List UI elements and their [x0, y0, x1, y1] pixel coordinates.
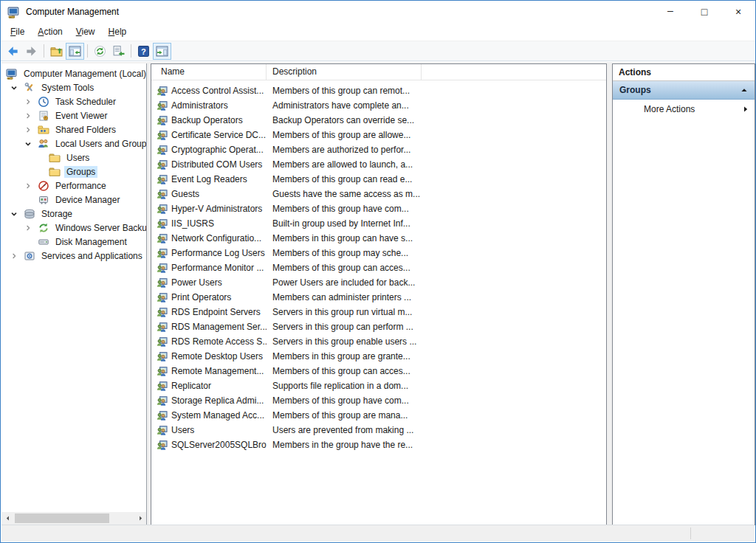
collapse-chevron-icon[interactable]	[24, 140, 38, 148]
group-row-hyper-v-administrators[interactable]: Hyper-V AdministratorsMembers of this gr…	[151, 201, 606, 216]
refresh-button[interactable]	[91, 43, 109, 60]
group-icon	[157, 233, 168, 244]
menu-file[interactable]: File	[4, 24, 31, 39]
refresh-icon	[94, 45, 106, 58]
column-header-description[interactable]: Description	[267, 64, 422, 80]
expand-chevron-icon[interactable]	[24, 112, 38, 120]
tree-item-shared-folders[interactable]: Shared Folders	[1, 122, 146, 136]
group-description: Guests have the same access as m...	[267, 189, 420, 199]
group-icon	[157, 130, 168, 141]
group-row-storage-replica-admi[interactable]: Storage Replica Admi...Members of this g…	[151, 393, 606, 408]
group-row-performance-log-users[interactable]: Performance Log UsersMembers of this gro…	[151, 246, 606, 260]
group-row-sqlserver2005sqlbro[interactable]: SQLServer2005SQLBro...Members in the gro…	[151, 437, 606, 452]
action-pane-icon	[156, 45, 168, 58]
group-row-users[interactable]: UsersUsers are prevented from making ...	[151, 423, 606, 437]
group-name-cell: RDS Management Ser...	[151, 322, 267, 333]
expand-chevron-icon[interactable]	[24, 182, 38, 190]
group-description: Servers in this group run virtual m...	[267, 307, 412, 317]
group-row-network-configuratio[interactable]: Network Configuratio...Members in this g…	[151, 231, 606, 246]
group-name-cell: Administrators	[151, 100, 267, 111]
scrollbar-thumb[interactable]	[15, 513, 109, 523]
menu-action[interactable]: Action	[31, 24, 69, 39]
group-row-remote-desktop-users[interactable]: Remote Desktop UsersMembers in this grou…	[151, 349, 606, 364]
scrollbar-track[interactable]	[13, 512, 134, 525]
group-row-replicator[interactable]: ReplicatorSupports file replication in a…	[151, 378, 606, 393]
tree-item-local-users-and-groups[interactable]: Local Users and Groups	[1, 136, 146, 151]
expand-chevron-icon[interactable]	[24, 98, 38, 106]
scroll-right-icon[interactable]	[134, 512, 146, 525]
group-name-cell: Performance Monitor ...	[151, 263, 267, 274]
up-one-level-button[interactable]	[47, 43, 66, 60]
help-icon: ?	[137, 45, 150, 58]
tree-item-system-tools[interactable]: System Tools	[1, 80, 146, 94]
expand-chevron-icon[interactable]	[24, 224, 38, 232]
group-description: Members of this group may sche...	[267, 248, 408, 258]
group-row-administrators[interactable]: AdministratorsAdministrators have comple…	[151, 98, 606, 113]
group-description: Members are authorized to perfor...	[267, 145, 410, 155]
group-row-certificate-service-dc[interactable]: Certificate Service DC...Members of this…	[151, 128, 606, 142]
actions-section-groups[interactable]: Groups	[613, 81, 755, 100]
scroll-left-icon[interactable]	[1, 512, 13, 525]
back-button[interactable]	[4, 43, 22, 60]
close-button[interactable]: ×	[721, 1, 755, 23]
groups-list: Access Control Assist...Members of this …	[151, 80, 606, 452]
group-name: Performance Log Users	[171, 248, 265, 258]
tree-item-performance[interactable]: Performance	[1, 179, 146, 193]
group-row-guests[interactable]: GuestsGuests have the same access as m..…	[151, 187, 606, 201]
export-list-icon	[112, 45, 125, 58]
show-hide-action-pane-button[interactable]	[153, 43, 171, 60]
group-row-rds-management-ser[interactable]: RDS Management Ser...Servers in this gro…	[151, 319, 606, 334]
column-header-name[interactable]: Name	[151, 64, 267, 80]
export-list-button[interactable]	[109, 43, 128, 60]
group-row-rds-endpoint-servers[interactable]: RDS Endpoint ServersServers in this grou…	[151, 305, 606, 319]
group-row-iis-iusrs[interactable]: IIS_IUSRSBuilt-in group used by Internet…	[151, 216, 606, 231]
group-icon	[157, 307, 168, 318]
tree-item-disk-management[interactable]: Disk Management	[1, 235, 146, 249]
group-row-event-log-readers[interactable]: Event Log ReadersMembers of this group c…	[151, 172, 606, 187]
group-row-performance-monitor[interactable]: Performance Monitor ...Members of this g…	[151, 260, 606, 275]
group-row-remote-management[interactable]: Remote Management...Members of this grou…	[151, 364, 606, 378]
show-hide-console-tree-button[interactable]	[66, 43, 84, 60]
tree-item-task-scheduler[interactable]: Task Scheduler	[1, 94, 146, 108]
back-arrow-icon	[7, 45, 19, 58]
toolbar: ?	[1, 41, 755, 61]
group-row-cryptographic-operat[interactable]: Cryptographic Operat...Members are autho…	[151, 142, 606, 157]
tree-item-services-and-applications[interactable]: Services and Applications	[1, 249, 146, 263]
group-row-access-control-assist[interactable]: Access Control Assist...Members of this …	[151, 83, 606, 98]
group-row-rds-remote-access-s[interactable]: RDS Remote Access S...Servers in this gr…	[151, 334, 606, 349]
forward-button[interactable]	[22, 43, 41, 60]
help-button[interactable]: ?	[134, 43, 153, 60]
collapse-chevron-icon[interactable]	[10, 210, 24, 218]
group-name-cell: Network Configuratio...	[151, 233, 267, 244]
tree-item-storage[interactable]: Storage	[1, 207, 146, 221]
tree-item-computer-management-local[interactable]: Computer Management (Local)	[1, 66, 146, 80]
collapse-chevron-icon[interactable]	[10, 84, 24, 91]
actions-pane: Actions Groups More Actions	[612, 63, 755, 525]
group-icon	[157, 115, 168, 126]
collapse-section-icon[interactable]	[740, 86, 748, 94]
tree-item-windows-server-backup[interactable]: Windows Server Backup	[1, 221, 146, 235]
tree-item-groups[interactable]: Groups	[1, 165, 146, 179]
tree-item-label: Services and Applications	[39, 250, 145, 262]
tree-item-device-manager[interactable]: Device Manager	[1, 193, 146, 207]
group-row-backup-operators[interactable]: Backup OperatorsBackup Operators can ove…	[151, 113, 606, 128]
group-row-print-operators[interactable]: Print OperatorsMembers can administer pr…	[151, 290, 606, 305]
tree-horizontal-scrollbar[interactable]	[1, 512, 146, 525]
expand-chevron-icon[interactable]	[10, 252, 24, 260]
forward-arrow-icon	[25, 45, 38, 58]
group-name-cell: Cryptographic Operat...	[151, 145, 267, 156]
group-row-power-users[interactable]: Power UsersPower Users are included for …	[151, 275, 606, 290]
group-row-system-managed-acc[interactable]: System Managed Acc...Members of this gro…	[151, 408, 606, 423]
menu-help[interactable]: Help	[102, 24, 134, 39]
menu-view[interactable]: View	[69, 24, 102, 39]
group-description: Servers in this group can perform ...	[267, 322, 413, 332]
maximize-button[interactable]: □	[687, 1, 721, 23]
minimize-button[interactable]: –	[653, 1, 687, 23]
group-row-distributed-com-users[interactable]: Distributed COM UsersMembers are allowed…	[151, 157, 606, 172]
more-actions-item[interactable]: More Actions	[613, 100, 755, 118]
tree-item-users[interactable]: Users	[1, 151, 146, 165]
tree-item-event-viewer[interactable]: Event Viewer	[1, 108, 146, 122]
group-name: Performance Monitor ...	[171, 263, 264, 273]
expand-chevron-icon[interactable]	[24, 126, 38, 134]
group-name-cell: RDS Remote Access S...	[151, 336, 267, 347]
